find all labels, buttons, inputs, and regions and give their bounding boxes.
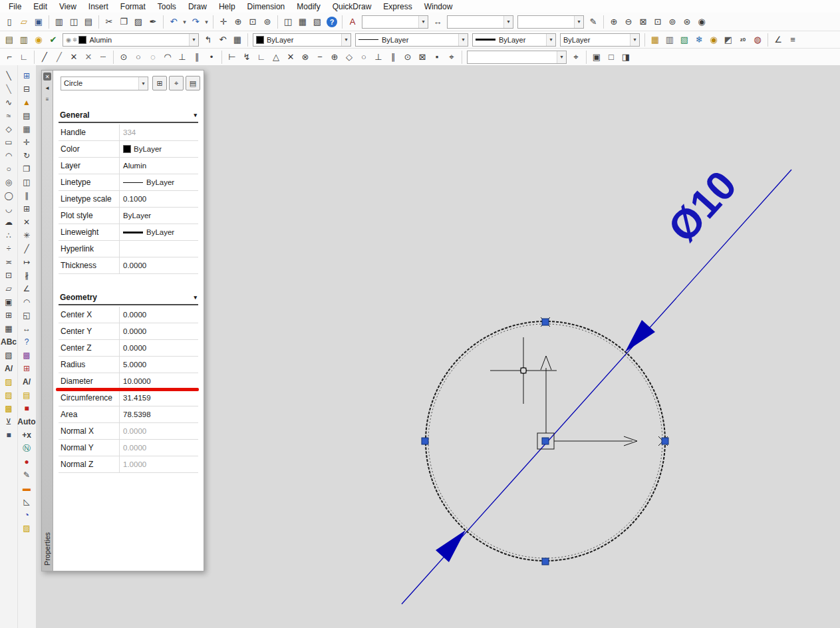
ellipse-icon[interactable]: ◯ bbox=[2, 189, 15, 202]
zoom-object-icon[interactable]: ◉ bbox=[694, 15, 709, 29]
save-icon[interactable]: ▣ bbox=[31, 15, 46, 29]
plane-icon[interactable]: ◺ bbox=[20, 495, 33, 508]
menu-window[interactable]: Window bbox=[418, 1, 459, 12]
property-value[interactable]: 10.0000 bbox=[120, 373, 198, 389]
print-icon[interactable]: ▥ bbox=[52, 15, 67, 29]
dropdown-arrow-icon[interactable]: ▾ bbox=[341, 34, 350, 46]
parallel-snap-icon[interactable]: ∥ bbox=[386, 50, 400, 65]
grip-center[interactable] bbox=[542, 438, 549, 444]
multiline-icon[interactable]: ✕ bbox=[81, 50, 96, 65]
property-value[interactable]: 0.0000 bbox=[120, 440, 198, 456]
dropdown-arrow-icon[interactable]: ▾ bbox=[503, 16, 513, 28]
collapse-arrow-icon[interactable]: ▾ bbox=[194, 294, 197, 301]
viewports-icon[interactable]: ◫ bbox=[281, 15, 295, 29]
hatch-bottom-icon[interactable]: ▨ bbox=[20, 522, 33, 535]
property-value[interactable]: 0.0000 bbox=[120, 323, 198, 339]
layer-bulb-icon[interactable]: ◉ bbox=[31, 33, 46, 47]
style-edit-icon[interactable]: ✎ bbox=[586, 15, 601, 29]
ucs-previous-icon[interactable]: ∟ bbox=[17, 50, 31, 65]
endpoint-snap-icon[interactable]: ∟ bbox=[254, 50, 269, 65]
property-value[interactable]: ByLayer bbox=[120, 224, 198, 240]
plot-stamp-icon[interactable]: ▤ bbox=[20, 109, 33, 122]
property-value[interactable]: ByLayer bbox=[120, 174, 198, 190]
layer-lock-icon[interactable]: ◩ bbox=[721, 33, 736, 47]
dropdown-arrow-icon[interactable]: ▾ bbox=[189, 34, 198, 46]
circle-center-radius-icon[interactable]: ⊙ bbox=[116, 50, 131, 65]
hatch-tool-icon[interactable]: ▤ bbox=[20, 389, 33, 402]
trim-icon[interactable]: ╱ bbox=[20, 242, 33, 255]
arc-icon[interactable]: ◠ bbox=[2, 149, 15, 162]
cut-icon[interactable]: ✂ bbox=[102, 15, 116, 29]
layer-previous-icon[interactable]: ↶ bbox=[215, 33, 230, 47]
snap-from-icon[interactable]: ⊢ bbox=[225, 50, 239, 65]
boundary-icon[interactable]: ⊻ bbox=[2, 415, 15, 428]
menu-edit[interactable]: Edit bbox=[27, 1, 53, 12]
make-block-icon[interactable]: ▣ bbox=[2, 295, 15, 309]
property-value[interactable]: 5.0000 bbox=[120, 357, 198, 373]
point-icon[interactable]: ∴ bbox=[2, 229, 15, 242]
hatch-icon[interactable]: ▨ bbox=[2, 375, 15, 389]
blocks-panel-icon[interactable]: ▦ bbox=[20, 122, 33, 136]
ray-icon[interactable]: ╲ bbox=[2, 82, 15, 96]
layer-match-icon[interactable]: ▧ bbox=[677, 33, 692, 47]
text-style-icon[interactable]: A bbox=[345, 15, 360, 29]
undo-dropdown-icon[interactable]: ▾ bbox=[181, 15, 188, 29]
property-value[interactable]: 0.1000 bbox=[120, 191, 198, 207]
menu-view[interactable]: View bbox=[53, 1, 82, 12]
circle-2p-icon[interactable]: ○ bbox=[131, 50, 146, 65]
grip-left-quadrant[interactable] bbox=[422, 438, 428, 444]
erase-object-icon[interactable]: ✕ bbox=[20, 216, 33, 229]
help-tool-icon[interactable]: ? bbox=[20, 335, 33, 349]
tangent-snap-icon[interactable]: ○ bbox=[356, 50, 371, 65]
single-line-text-icon[interactable]: A/ bbox=[2, 362, 15, 375]
zoom-extents-icon[interactable]: ⊠ bbox=[636, 15, 650, 29]
gradient-icon[interactable]: ▩ bbox=[2, 402, 15, 415]
osnap-settings-icon[interactable]: ⌖ bbox=[444, 50, 459, 65]
color-swatch-icon[interactable]: ⊞ bbox=[20, 362, 33, 375]
palette-title-bar[interactable]: ✕◄≡ Properties bbox=[42, 71, 53, 571]
zoom-scale-icon[interactable]: ⊚ bbox=[665, 15, 680, 29]
text-style-combo[interactable]: ▾ bbox=[362, 15, 428, 29]
object-type-combo[interactable]: Circle ▾ bbox=[61, 77, 148, 90]
dropdown-arrow-icon[interactable]: ▾ bbox=[138, 77, 148, 90]
plot-style-combo[interactable]: ByLayer▾ bbox=[560, 33, 640, 47]
copy-object-icon[interactable]: ❐ bbox=[20, 162, 33, 176]
property-value[interactable]: 1.0000 bbox=[120, 456, 198, 472]
property-value[interactable]: ByLayer bbox=[120, 141, 198, 157]
chamfer-icon[interactable]: ∠ bbox=[20, 282, 33, 295]
named-ucs-icon[interactable]: ⌖ bbox=[569, 50, 583, 65]
property-value[interactable]: 334 bbox=[120, 124, 198, 140]
match-properties-icon[interactable]: ✒ bbox=[146, 15, 160, 29]
property-value[interactable] bbox=[120, 241, 198, 257]
menu-modify[interactable]: Modify bbox=[291, 1, 326, 12]
donut-icon[interactable]: ◎ bbox=[2, 176, 15, 189]
quadrant-snap-icon[interactable]: ◇ bbox=[342, 50, 356, 65]
view-combo[interactable]: ▾ bbox=[467, 51, 567, 64]
menu-insert[interactable]: Insert bbox=[82, 1, 114, 12]
named-views-icon[interactable]: ▦ bbox=[295, 15, 310, 29]
mirror-icon[interactable]: ◫ bbox=[20, 176, 33, 189]
table-style-combo[interactable]: ▾ bbox=[517, 15, 584, 29]
extend-icon[interactable]: ↦ bbox=[20, 255, 33, 269]
perpendicular-snap-icon[interactable]: ⊥ bbox=[371, 50, 386, 65]
rotate-icon[interactable]: ↻ bbox=[20, 149, 33, 162]
layer-states-manager-icon[interactable]: ▦ bbox=[648, 33, 662, 47]
zero-layer-icon[interactable]: z0 bbox=[736, 33, 750, 47]
lineweight-combo[interactable]: ByLayer▾ bbox=[472, 33, 556, 47]
menu-file[interactable]: File bbox=[3, 1, 27, 12]
solid-fill-icon[interactable]: ■ bbox=[2, 428, 15, 442]
point-tool-icon[interactable]: • bbox=[204, 50, 219, 65]
property-value[interactable]: Alumin bbox=[120, 158, 198, 174]
measure-icon[interactable]: ≍ bbox=[2, 255, 15, 269]
menu-help[interactable]: Help bbox=[213, 1, 241, 12]
zoom-all-icon[interactable]: ⊡ bbox=[650, 15, 665, 29]
region-icon[interactable]: ⊡ bbox=[2, 269, 15, 282]
layer-combo[interactable]: ◉❄Alumin▾ bbox=[63, 33, 199, 47]
ucs-x-icon[interactable]: +x bbox=[20, 428, 33, 442]
model-space-icon[interactable]: ▣ bbox=[589, 50, 604, 65]
dim-style-combo[interactable]: ▾ bbox=[447, 15, 513, 29]
zoom-out-icon[interactable]: ⊖ bbox=[621, 15, 636, 29]
linetype-combo[interactable]: ByLayer▾ bbox=[355, 33, 468, 47]
layer-translate-icon[interactable]: ▦ bbox=[230, 33, 245, 47]
publish-icon[interactable]: ▤ bbox=[81, 15, 96, 29]
